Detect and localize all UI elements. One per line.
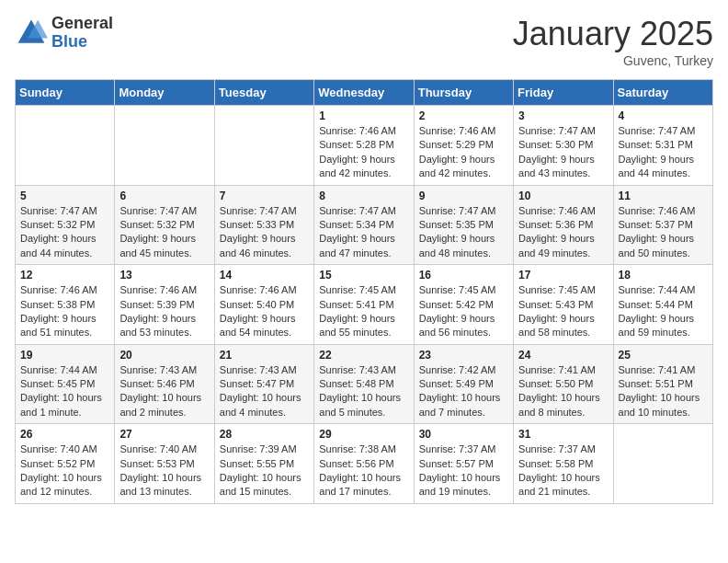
day-number: 1 bbox=[319, 109, 408, 122]
day-number: 2 bbox=[419, 109, 508, 122]
day-number: 16 bbox=[419, 269, 508, 282]
day-cell: 27Sunrise: 7:40 AM Sunset: 5:53 PM Dayli… bbox=[115, 424, 214, 504]
logo-blue-text: Blue bbox=[51, 33, 113, 52]
day-info: Sunrise: 7:47 AM Sunset: 5:32 PM Dayligh… bbox=[119, 204, 209, 261]
day-cell: 24Sunrise: 7:41 AM Sunset: 5:50 PM Dayli… bbox=[514, 344, 613, 424]
day-info: Sunrise: 7:46 AM Sunset: 5:40 PM Dayligh… bbox=[220, 283, 309, 340]
month-title: January 2025 bbox=[513, 15, 713, 53]
day-number: 28 bbox=[220, 428, 309, 441]
day-info: Sunrise: 7:47 AM Sunset: 5:35 PM Dayligh… bbox=[419, 204, 508, 261]
day-cell: 23Sunrise: 7:42 AM Sunset: 5:49 PM Dayli… bbox=[414, 344, 513, 424]
week-row-5: 26Sunrise: 7:40 AM Sunset: 5:52 PM Dayli… bbox=[16, 424, 713, 504]
day-cell: 4Sunrise: 7:47 AM Sunset: 5:31 PM Daylig… bbox=[613, 106, 712, 186]
day-info: Sunrise: 7:37 AM Sunset: 5:57 PM Dayligh… bbox=[419, 442, 508, 500]
day-cell: 5Sunrise: 7:47 AM Sunset: 5:32 PM Daylig… bbox=[16, 185, 115, 265]
day-info: Sunrise: 7:40 AM Sunset: 5:53 PM Dayligh… bbox=[119, 442, 209, 500]
day-cell: 26Sunrise: 7:40 AM Sunset: 5:52 PM Dayli… bbox=[16, 424, 115, 504]
day-info: Sunrise: 7:47 AM Sunset: 5:32 PM Dayligh… bbox=[20, 204, 109, 261]
day-info: Sunrise: 7:41 AM Sunset: 5:51 PM Dayligh… bbox=[619, 363, 708, 420]
day-cell: 20Sunrise: 7:43 AM Sunset: 5:46 PM Dayli… bbox=[115, 344, 214, 424]
day-info: Sunrise: 7:40 AM Sunset: 5:52 PM Dayligh… bbox=[20, 442, 109, 500]
weekday-header-monday: Monday bbox=[115, 80, 214, 106]
weekday-header-friday: Friday bbox=[514, 80, 613, 106]
day-cell: 11Sunrise: 7:46 AM Sunset: 5:37 PM Dayli… bbox=[613, 185, 712, 265]
day-number: 10 bbox=[518, 190, 608, 202]
day-number: 26 bbox=[20, 428, 109, 441]
page-header: General Blue January 2025 Guvenc, Turkey bbox=[15, 15, 713, 68]
day-cell: 28Sunrise: 7:39 AM Sunset: 5:55 PM Dayli… bbox=[214, 424, 313, 504]
weekday-header-tuesday: Tuesday bbox=[214, 80, 313, 106]
day-number: 3 bbox=[518, 109, 608, 122]
day-info: Sunrise: 7:42 AM Sunset: 5:49 PM Dayligh… bbox=[419, 363, 508, 420]
week-row-1: 1Sunrise: 7:46 AM Sunset: 5:28 PM Daylig… bbox=[16, 106, 713, 186]
day-cell: 13Sunrise: 7:46 AM Sunset: 5:39 PM Dayli… bbox=[115, 265, 214, 345]
day-cell: 14Sunrise: 7:46 AM Sunset: 5:40 PM Dayli… bbox=[214, 265, 313, 345]
location: Guvenc, Turkey bbox=[513, 53, 713, 68]
day-cell: 17Sunrise: 7:45 AM Sunset: 5:43 PM Dayli… bbox=[514, 265, 613, 345]
day-cell: 25Sunrise: 7:41 AM Sunset: 5:51 PM Dayli… bbox=[613, 344, 712, 424]
day-info: Sunrise: 7:37 AM Sunset: 5:58 PM Dayligh… bbox=[518, 442, 608, 500]
day-info: Sunrise: 7:46 AM Sunset: 5:29 PM Dayligh… bbox=[419, 124, 508, 181]
day-number: 18 bbox=[619, 269, 708, 282]
day-number: 6 bbox=[119, 190, 209, 202]
day-cell: 16Sunrise: 7:45 AM Sunset: 5:42 PM Dayli… bbox=[414, 265, 513, 345]
weekday-header-sunday: Sunday bbox=[16, 80, 115, 106]
day-cell: 15Sunrise: 7:45 AM Sunset: 5:41 PM Dayli… bbox=[314, 265, 414, 345]
day-number: 31 bbox=[518, 428, 608, 441]
day-cell: 1Sunrise: 7:46 AM Sunset: 5:28 PM Daylig… bbox=[314, 106, 414, 186]
day-cell: 10Sunrise: 7:46 AM Sunset: 5:36 PM Dayli… bbox=[514, 185, 613, 265]
day-number: 9 bbox=[419, 190, 508, 202]
day-number: 23 bbox=[419, 349, 508, 362]
day-info: Sunrise: 7:41 AM Sunset: 5:50 PM Dayligh… bbox=[518, 363, 608, 420]
day-cell bbox=[16, 106, 115, 186]
day-info: Sunrise: 7:46 AM Sunset: 5:38 PM Dayligh… bbox=[20, 283, 109, 340]
week-row-3: 12Sunrise: 7:46 AM Sunset: 5:38 PM Dayli… bbox=[16, 265, 713, 345]
day-number: 7 bbox=[220, 190, 309, 202]
day-number: 25 bbox=[619, 349, 708, 362]
logo-general-text: General bbox=[51, 15, 113, 33]
weekday-header-wednesday: Wednesday bbox=[314, 80, 414, 106]
day-number: 15 bbox=[319, 269, 408, 282]
day-info: Sunrise: 7:46 AM Sunset: 5:37 PM Dayligh… bbox=[619, 204, 708, 261]
day-number: 11 bbox=[619, 190, 708, 202]
logo-icon bbox=[15, 17, 48, 50]
day-number: 24 bbox=[518, 349, 608, 362]
day-number: 4 bbox=[619, 109, 708, 122]
day-number: 14 bbox=[220, 269, 309, 282]
day-info: Sunrise: 7:45 AM Sunset: 5:41 PM Dayligh… bbox=[319, 283, 408, 340]
day-cell: 2Sunrise: 7:46 AM Sunset: 5:29 PM Daylig… bbox=[414, 106, 513, 186]
day-number: 8 bbox=[319, 190, 408, 202]
day-cell: 30Sunrise: 7:37 AM Sunset: 5:57 PM Dayli… bbox=[414, 424, 513, 504]
day-info: Sunrise: 7:43 AM Sunset: 5:47 PM Dayligh… bbox=[220, 363, 309, 420]
day-number: 17 bbox=[518, 269, 608, 282]
calendar-table: SundayMondayTuesdayWednesdayThursdayFrid… bbox=[15, 79, 713, 504]
day-cell: 8Sunrise: 7:47 AM Sunset: 5:34 PM Daylig… bbox=[314, 185, 414, 265]
day-number: 30 bbox=[419, 428, 508, 441]
day-info: Sunrise: 7:43 AM Sunset: 5:48 PM Dayligh… bbox=[319, 363, 408, 420]
day-cell bbox=[214, 106, 313, 186]
title-block: January 2025 Guvenc, Turkey bbox=[513, 15, 713, 68]
day-info: Sunrise: 7:45 AM Sunset: 5:43 PM Dayligh… bbox=[518, 283, 608, 340]
day-cell: 31Sunrise: 7:37 AM Sunset: 5:58 PM Dayli… bbox=[514, 424, 613, 504]
day-number: 13 bbox=[119, 269, 209, 282]
weekday-header-thursday: Thursday bbox=[414, 80, 513, 106]
day-cell: 7Sunrise: 7:47 AM Sunset: 5:33 PM Daylig… bbox=[214, 185, 313, 265]
day-number: 20 bbox=[119, 349, 209, 362]
day-info: Sunrise: 7:45 AM Sunset: 5:42 PM Dayligh… bbox=[419, 283, 508, 340]
day-number: 29 bbox=[319, 428, 408, 441]
week-row-2: 5Sunrise: 7:47 AM Sunset: 5:32 PM Daylig… bbox=[16, 185, 713, 265]
day-cell: 21Sunrise: 7:43 AM Sunset: 5:47 PM Dayli… bbox=[214, 344, 313, 424]
day-info: Sunrise: 7:43 AM Sunset: 5:46 PM Dayligh… bbox=[119, 363, 209, 420]
day-info: Sunrise: 7:46 AM Sunset: 5:39 PM Dayligh… bbox=[119, 283, 209, 340]
day-cell: 3Sunrise: 7:47 AM Sunset: 5:30 PM Daylig… bbox=[514, 106, 613, 186]
day-info: Sunrise: 7:46 AM Sunset: 5:36 PM Dayligh… bbox=[518, 204, 608, 261]
day-number: 12 bbox=[20, 269, 109, 282]
day-info: Sunrise: 7:44 AM Sunset: 5:44 PM Dayligh… bbox=[619, 283, 708, 340]
day-cell: 19Sunrise: 7:44 AM Sunset: 5:45 PM Dayli… bbox=[16, 344, 115, 424]
day-cell: 6Sunrise: 7:47 AM Sunset: 5:32 PM Daylig… bbox=[115, 185, 214, 265]
day-info: Sunrise: 7:47 AM Sunset: 5:34 PM Dayligh… bbox=[319, 204, 408, 261]
day-number: 19 bbox=[20, 349, 109, 362]
day-number: 5 bbox=[20, 190, 109, 202]
day-cell: 12Sunrise: 7:46 AM Sunset: 5:38 PM Dayli… bbox=[16, 265, 115, 345]
day-cell: 18Sunrise: 7:44 AM Sunset: 5:44 PM Dayli… bbox=[613, 265, 712, 345]
